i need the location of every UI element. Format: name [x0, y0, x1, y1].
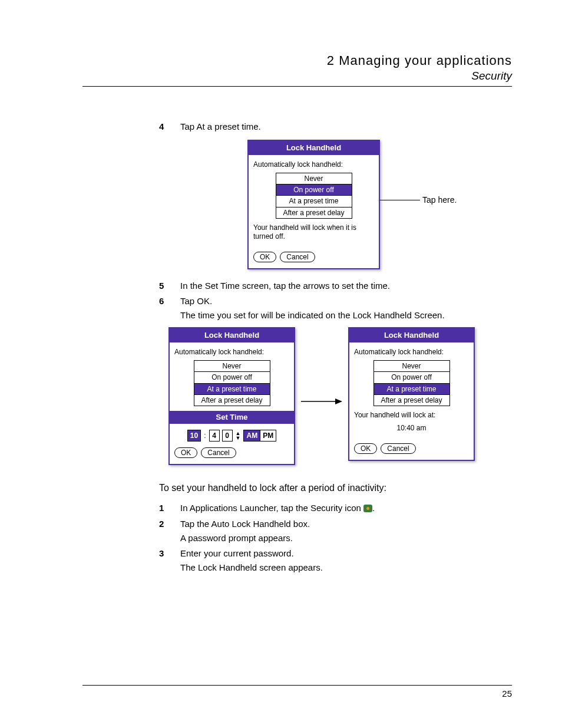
step-text: Enter your current password.The Lock Han…: [180, 548, 512, 574]
cancel-button[interactable]: Cancel: [201, 447, 236, 458]
step-text: Tap OK.The time you set for will be indi…: [180, 295, 512, 322]
step-text: Tap the Auto Lock Handheld box.A passwor…: [180, 518, 512, 545]
lock-option[interactable]: At a preset time: [276, 196, 352, 207]
ok-button[interactable]: OK: [253, 252, 276, 262]
minute-tens-field[interactable]: 4: [209, 430, 220, 442]
page-number: 25: [502, 689, 512, 699]
dialog-title: Lock Handheld: [349, 328, 474, 342]
step-number: 2: [159, 518, 180, 545]
cancel-button[interactable]: Cancel: [280, 252, 315, 262]
lock-option[interactable]: At a preset time: [374, 384, 449, 395]
time-spinner[interactable]: ▲ ▼: [236, 431, 241, 440]
lock-handheld-dialog-result: Lock Handheld Automatically lock handhel…: [348, 327, 475, 461]
set-time-title: Set Time: [170, 411, 294, 424]
ok-button[interactable]: OK: [174, 447, 197, 458]
step-text: In Applications Launcher, tap the Securi…: [180, 502, 512, 514]
lock-option[interactable]: At a preset time: [194, 384, 270, 395]
auto-lock-label: Automatically lock handheld:: [174, 347, 289, 357]
dialog-description: Your handheld will lock at:: [354, 411, 469, 420]
ok-button[interactable]: OK: [354, 443, 377, 454]
step-text: In the Set Time screen, tap the arrows t…: [180, 280, 512, 292]
arrow-icon: [295, 398, 348, 405]
am-toggle[interactable]: AM: [243, 430, 260, 442]
dialog-description: Your handheld will lock when it is turne…: [253, 223, 374, 241]
lock-option[interactable]: After a preset delay: [374, 395, 449, 406]
step-number: 3: [159, 548, 180, 574]
lock-option[interactable]: On power off: [194, 372, 270, 383]
down-arrow-icon[interactable]: ▼: [236, 436, 241, 440]
step-number: 5: [159, 280, 180, 292]
step-number: 1: [159, 502, 180, 514]
step-text: Tap At a preset time.: [180, 121, 512, 133]
step-number: 6: [159, 295, 180, 322]
minute-ones-field[interactable]: 0: [222, 430, 233, 442]
security-icon: [363, 505, 372, 512]
dialog-title: Lock Handheld: [249, 141, 379, 155]
hour-field[interactable]: 10: [187, 430, 201, 442]
lock-handheld-dialog-1: Lock Handheld Automatically lock handhel…: [247, 140, 380, 269]
lock-option[interactable]: After a preset delay: [194, 395, 270, 406]
lock-option[interactable]: Never: [276, 173, 352, 185]
lock-option[interactable]: On power off: [276, 185, 352, 196]
lock-option[interactable]: On power off: [374, 372, 449, 383]
chapter-title: 2 Managing your applications: [82, 53, 512, 68]
lock-option[interactable]: Never: [374, 361, 449, 372]
lock-option[interactable]: Never: [194, 361, 270, 372]
cancel-button[interactable]: Cancel: [381, 443, 415, 454]
pm-toggle[interactable]: PM: [260, 430, 276, 442]
header-rule: [82, 86, 512, 87]
auto-lock-label: Automatically lock handheld:: [253, 160, 374, 169]
lock-handheld-dialog-set-time: Lock Handheld Automatically lock handhel…: [168, 327, 295, 465]
subsection-heading: To set your handheld to lock after a per…: [159, 482, 512, 495]
auto-lock-label: Automatically lock handheld:: [354, 347, 469, 357]
lock-time-display: 10:40 am: [354, 423, 469, 433]
dialog-title: Lock Handheld: [170, 328, 294, 342]
step-number: 4: [159, 121, 180, 133]
lock-option[interactable]: After a preset delay: [276, 207, 352, 218]
svg-marker-1: [335, 398, 342, 404]
callout-tap-here: Tap here.: [380, 195, 457, 206]
section-title: Security: [82, 70, 512, 83]
footer-rule: [82, 685, 512, 686]
